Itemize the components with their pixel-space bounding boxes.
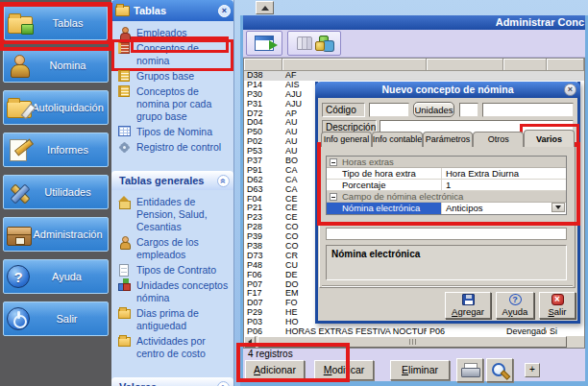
codigo-input[interactable] xyxy=(369,103,409,117)
property-description-panel: Nómina electrónica xyxy=(326,245,567,280)
taskpane-link[interactable]: Grupos base xyxy=(113,69,232,84)
grid-empty-row xyxy=(326,228,567,240)
export-window-button[interactable] xyxy=(246,31,282,56)
exit-icon xyxy=(551,294,564,305)
dialog-tab[interactable]: Parámetros xyxy=(423,132,474,147)
sidebar-item[interactable]: Autoliquidación xyxy=(3,90,109,125)
action-button[interactable]: Modificar xyxy=(314,360,374,380)
dialog-close-icon[interactable]: × xyxy=(564,84,576,96)
cell-concepto: D04 xyxy=(244,118,282,128)
scrollbar-thumb[interactable] xyxy=(257,336,567,348)
taskpane-link[interactable]: Cargos de los empleados xyxy=(113,235,232,263)
cell-concepto: D72 xyxy=(244,109,282,119)
print-button[interactable] xyxy=(456,358,483,382)
unidad-code-input[interactable] xyxy=(459,103,478,117)
window-arrow-icon xyxy=(255,36,274,51)
column-header[interactable] xyxy=(282,59,427,71)
dialog-tab[interactable]: Varios xyxy=(524,130,575,147)
taskpane-link[interactable]: Dias prima de antiguedad xyxy=(113,306,232,334)
cylinders-icon xyxy=(297,36,312,50)
property-row[interactable]: Nómina electrónica Anticipos xyxy=(327,203,566,214)
property-value-cell[interactable]: 1 xyxy=(442,180,566,190)
dialog-tab[interactable]: Otros xyxy=(473,132,524,147)
property-value-cell[interactable]: Anticipos xyxy=(442,203,566,214)
sidebar-item[interactable]: Ayuda xyxy=(3,259,109,294)
scroll-up-button[interactable] xyxy=(256,1,274,14)
table-row[interactable]: D38 AF xyxy=(244,71,584,81)
dropdown-arrow-icon[interactable] xyxy=(551,203,565,212)
taskpane-link[interactable]: Actividades por centro de costo xyxy=(113,334,232,362)
column-header[interactable] xyxy=(244,59,282,71)
dialog-tab[interactable]: Info general xyxy=(321,132,372,147)
cell-concepto: P03 xyxy=(244,318,282,327)
taskpane-link[interactable]: Tipos de Nomina xyxy=(113,125,232,140)
collapse-minus-icon[interactable] xyxy=(330,158,337,166)
ledger-yellow-icon xyxy=(118,70,130,82)
dialog-button[interactable]: Agregar xyxy=(445,292,491,319)
taskpane-link[interactable]: Empleados xyxy=(113,26,232,41)
cell-concepto: P53 xyxy=(244,147,282,157)
dialog-button[interactable]: Ayuda xyxy=(496,292,534,319)
panel-close-icon[interactable]: × xyxy=(218,5,231,17)
home-icon xyxy=(118,196,131,208)
taskpane-link[interactable]: Unidades conceptos nómina xyxy=(113,278,232,306)
taskpane-link[interactable]: Registro de control xyxy=(113,140,232,156)
column-header[interactable] xyxy=(547,59,584,71)
unidades-button[interactable]: Unidades xyxy=(413,102,454,117)
dialog-title: Nuevo concepto de nómina xyxy=(381,84,513,95)
action-button[interactable]: Adicionar xyxy=(245,360,305,380)
cubes-icon xyxy=(118,279,131,292)
folder-tables-icon xyxy=(8,16,33,34)
property-value-cell[interactable]: Hora Extra Diurna xyxy=(442,168,566,179)
nav-item-row: Ayuda xyxy=(0,255,111,298)
section-header-valores[interactable]: Valores xyxy=(111,377,233,386)
search-button[interactable] xyxy=(486,358,513,382)
taskpane: Tablas × Empleados Conceptos de nomina G… xyxy=(111,0,234,386)
up-arrow-icon xyxy=(261,6,269,11)
taskpane-link[interactable]: Conceptos de nomina xyxy=(113,41,232,69)
taskpane-link-label: Unidades conceptos nómina xyxy=(136,279,228,303)
property-row[interactable]: Tipo de hora extra Hora Extra Diurna xyxy=(327,168,566,180)
dialog-tab[interactable]: Info contable xyxy=(372,132,423,147)
dialog-button[interactable]: Salir xyxy=(539,292,576,319)
sidebar-item[interactable]: Informes xyxy=(3,133,109,167)
cell-concepto: P28 xyxy=(244,223,282,232)
separator xyxy=(322,285,573,287)
sidebar-item[interactable]: Tablas xyxy=(4,6,108,40)
sidebar-item[interactable]: Administración xyxy=(3,217,109,252)
section-header-tablas-generales[interactable]: Tablas generales xyxy=(111,171,233,190)
property-grid: Horas extras Tipo de hora extra Hora Ext… xyxy=(326,156,567,215)
cell-concepto: D38 xyxy=(244,71,282,81)
taskpane-link[interactable]: Conceptos de nomina por cada grupo base xyxy=(113,84,232,125)
nav-item-row: Informes xyxy=(0,129,111,171)
horizontal-scrollbar[interactable] xyxy=(244,336,584,348)
column-header[interactable] xyxy=(427,59,503,71)
cell-reqcant xyxy=(547,71,584,81)
action-button[interactable]: Eliminar xyxy=(390,360,450,380)
plus-button[interactable]: + xyxy=(525,363,540,377)
property-row[interactable]: Porcentaje 1 xyxy=(327,180,566,191)
data-view-button[interactable] xyxy=(287,31,341,56)
taskpane-link[interactable]: Entidades de Pension, Salud, Cesantias xyxy=(113,195,232,235)
property-row[interactable]: Horas extras xyxy=(327,157,566,168)
cubes-icon xyxy=(315,36,331,51)
property-row[interactable]: Campo de nómina electrónica xyxy=(327,191,566,203)
collapse-chevron-icon[interactable] xyxy=(217,175,230,187)
column-header[interactable] xyxy=(503,59,547,71)
collapse-chevron-icon[interactable] xyxy=(217,381,230,386)
sidebar-item[interactable]: Salir xyxy=(3,302,109,336)
collapse-minus-icon[interactable] xyxy=(330,193,337,201)
taskpane-link-label: Entidades de Pension, Salud, Cesantias xyxy=(136,196,208,232)
cell-concepto: P37 xyxy=(244,157,282,166)
scroll-left-button[interactable] xyxy=(244,336,256,348)
doc-icon xyxy=(119,264,129,277)
taskpane-link[interactable]: Tipos de Contrato xyxy=(113,263,232,278)
folder-icon xyxy=(118,337,131,347)
generales-item-list: Entidades de Pension, Salud, Cesantias C… xyxy=(111,190,233,364)
cell-concepto: D62 xyxy=(244,176,282,185)
taskpane-link-label: Actividades por centro de costo xyxy=(136,335,206,359)
unidad-desc-input[interactable] xyxy=(482,103,574,117)
cell-concepto: D63 xyxy=(244,185,282,195)
sidebar-item[interactable]: Nomina xyxy=(3,48,109,83)
sidebar-item[interactable]: Utilidades xyxy=(3,175,109,209)
